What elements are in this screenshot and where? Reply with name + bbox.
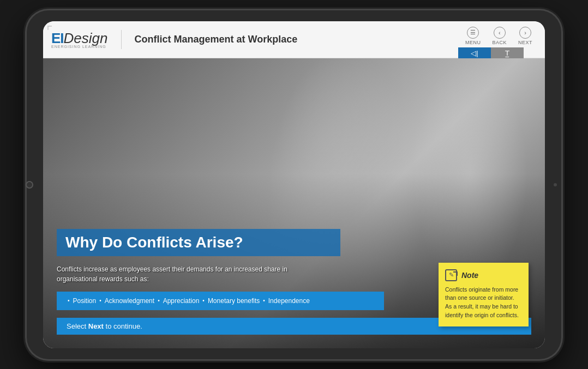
tablet-frame: EIDesign ENERGISING LEARNING Conflict Ma… xyxy=(27,10,561,359)
back-button[interactable]: ‹ BACK xyxy=(488,26,511,46)
text-button[interactable]: T̲ xyxy=(491,47,524,59)
home-button[interactable] xyxy=(26,181,33,189)
bullet-1: • xyxy=(68,298,70,304)
resize-handle xyxy=(47,26,53,31)
back-icon: ‹ xyxy=(494,27,506,39)
menu-label: MENU xyxy=(465,40,481,45)
camera-dot xyxy=(554,183,557,186)
audio-button[interactable]: ◁| xyxy=(458,47,491,59)
header: EIDesign ENERGISING LEARNING Conflict Ma… xyxy=(43,21,545,58)
menu-button[interactable]: ☰ MENU xyxy=(461,26,485,46)
screen: EIDesign ENERGISING LEARNING Conflict Ma… xyxy=(43,21,545,348)
audio-icon: ◁| xyxy=(471,49,478,57)
next-button[interactable]: › NEXT xyxy=(514,26,537,46)
logo-subtitle: ENERGISING LEARNING xyxy=(51,45,108,49)
text-icon: T̲ xyxy=(505,49,509,57)
heading-box: Why Do Conflicts Arise? xyxy=(57,229,340,256)
note-title: Note xyxy=(461,271,478,280)
nav-sub-buttons: ◁| T̲ xyxy=(458,47,539,59)
benefit-label-1: Position xyxy=(73,297,97,305)
bullet-4: • xyxy=(202,298,205,304)
content-area: Why Do Conflicts Arise? Conflicts increa… xyxy=(43,58,545,348)
benefit-item-2: • Acknowledgment xyxy=(99,297,154,305)
instruction-suffix: to continue. xyxy=(104,322,142,330)
benefit-label-5: Independence xyxy=(268,297,310,305)
page-title: Conflict Management at Workplace xyxy=(135,34,298,45)
note-text: Conflicts originate from more than one s… xyxy=(445,286,522,320)
benefit-item-1: • Position xyxy=(68,297,96,305)
menu-icon: ☰ xyxy=(467,27,479,39)
description-text: Conflicts increase as employees assert t… xyxy=(57,264,329,284)
benefit-label-3: Appreciation xyxy=(163,297,200,305)
logo-divider xyxy=(121,30,122,49)
main-heading: Why Do Conflicts Arise? xyxy=(65,233,332,252)
back-label: BACK xyxy=(492,40,507,45)
benefit-item-3: • Appreciation xyxy=(158,297,199,305)
benefit-label-2: Acknowledgment xyxy=(105,297,154,305)
next-icon: › xyxy=(519,27,531,39)
instruction-prefix: Select xyxy=(67,322,88,330)
benefit-item-5: • Independence xyxy=(263,297,310,305)
note-header: ✎ Note xyxy=(445,269,522,281)
note-edit-icon: ✎ xyxy=(445,269,457,281)
benefits-bar: • Position • Acknowledgment • Appreciati… xyxy=(57,292,384,310)
note-card: ✎ Note Conflicts originate from more tha… xyxy=(439,263,529,326)
logo: EIDesign ENERGISING LEARNING xyxy=(51,30,108,49)
logo-design: Design xyxy=(64,30,108,46)
logo-area: EIDesign ENERGISING LEARNING Conflict Ma… xyxy=(51,30,297,49)
nav-buttons: ☰ MENU ‹ BACK › NEXT xyxy=(458,21,539,47)
header-nav: ☰ MENU ‹ BACK › NEXT ◁| xyxy=(458,21,539,59)
bullet-3: • xyxy=(158,298,160,304)
bullet-5: • xyxy=(263,298,265,304)
benefit-item-4: • Monetary benefits xyxy=(202,297,260,305)
instruction-bold: Next xyxy=(88,322,104,330)
bullet-2: • xyxy=(99,298,101,304)
benefit-label-4: Monetary benefits xyxy=(208,297,260,305)
logo-ei: EI xyxy=(51,30,64,46)
next-label: NEXT xyxy=(518,40,532,45)
